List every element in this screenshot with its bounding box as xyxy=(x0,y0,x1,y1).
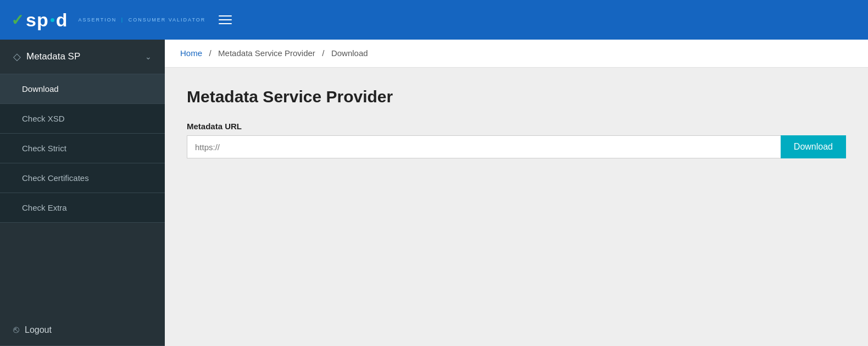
logout-icon: ⎋ xyxy=(13,324,19,336)
sidebar-item-check-certificates-label: Check Certificates xyxy=(22,173,89,183)
sidebar-item-check-extra[interactable]: Check Extra xyxy=(0,193,165,223)
page-title: Metadata Service Provider xyxy=(187,87,846,106)
sidebar-item-download[interactable]: Download xyxy=(0,74,165,104)
sidebar-item-check-xsd[interactable]: Check XSD xyxy=(0,104,165,134)
sidebar-item-metadata-sp-label: Metadata SP xyxy=(26,51,80,62)
breadcrumb-sep-2: / xyxy=(322,48,324,58)
logo-spid: ✓ sp d xyxy=(11,9,67,31)
url-label: Metadata URL xyxy=(187,122,846,131)
sidebar-item-check-extra-label: Check Extra xyxy=(22,203,67,212)
layout: ◇ Metadata SP ⌄ Download Check XSD Check… xyxy=(0,40,868,346)
breadcrumb-sep-1: / xyxy=(209,48,211,58)
breadcrumb: Home / Metadata Service Provider / Downl… xyxy=(165,40,868,68)
download-button[interactable]: Download xyxy=(781,135,846,158)
breadcrumb-home-link[interactable]: Home xyxy=(180,48,202,58)
top-navbar: ✓ sp d ASSERTION | CONSUMER VALIDATOR xyxy=(0,0,868,40)
logo-dot xyxy=(51,18,54,22)
checkmark-icon: ✓ xyxy=(11,11,24,29)
tag-icon: ◇ xyxy=(13,51,21,63)
sidebar-item-check-strict-label: Check Strict xyxy=(22,144,66,153)
sidebar-item-check-xsd-label: Check XSD xyxy=(22,114,65,123)
chevron-down-icon: ⌄ xyxy=(145,52,152,61)
hamburger-button[interactable] xyxy=(216,13,234,26)
sidebar-item-logout-label: Logout xyxy=(25,325,52,335)
page-body: Metadata Service Provider Metadata URL D… xyxy=(165,68,868,346)
sidebar: ◇ Metadata SP ⌄ Download Check XSD Check… xyxy=(0,40,165,346)
breadcrumb-current: Download xyxy=(331,48,368,58)
main-content: Home / Metadata Service Provider / Downl… xyxy=(165,40,868,346)
hamburger-line-3 xyxy=(219,23,232,24)
logo-sp: sp xyxy=(26,9,49,31)
logo-subtitle-block: ASSERTION | CONSUMER VALIDATOR xyxy=(78,17,205,23)
sidebar-item-check-certificates[interactable]: Check Certificates xyxy=(0,163,165,193)
breadcrumb-section: Metadata Service Provider xyxy=(218,48,315,58)
logo-subtitle: ASSERTION | CONSUMER VALIDATOR xyxy=(78,17,205,23)
sidebar-item-download-label: Download xyxy=(22,84,59,94)
hamburger-line-1 xyxy=(219,15,232,17)
url-input-row: Download xyxy=(187,135,846,158)
hamburger-line-2 xyxy=(219,19,232,20)
logo-dot-container xyxy=(50,18,55,22)
sidebar-item-check-strict[interactable]: Check Strict xyxy=(0,134,165,163)
metadata-url-input[interactable] xyxy=(187,135,781,158)
sidebar-item-logout[interactable]: ⎋ Logout xyxy=(0,314,165,346)
sidebar-item-metadata-sp[interactable]: ◇ Metadata SP ⌄ xyxy=(0,40,165,74)
logo-area: ✓ sp d ASSERTION | CONSUMER VALIDATOR xyxy=(11,9,205,31)
logo-d: d xyxy=(56,9,68,31)
